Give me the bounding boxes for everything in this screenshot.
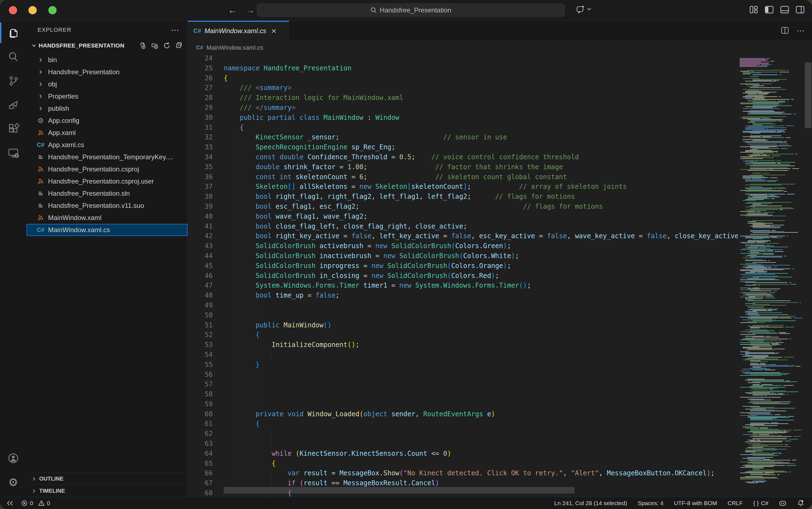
code-line[interactable]: 27 /// <summary> bbox=[188, 83, 812, 93]
sidebar-item-remote-explorer[interactable] bbox=[0, 141, 27, 165]
code-line[interactable]: 61 { bbox=[188, 419, 812, 429]
window-maximize-button[interactable] bbox=[48, 6, 57, 14]
toggle-panel-icon[interactable] bbox=[780, 5, 789, 14]
code-line[interactable]: 53 InitializeComponent(); bbox=[188, 340, 812, 350]
collapse-all-icon[interactable] bbox=[175, 42, 183, 49]
tree-folder-handsfree-presentation[interactable]: Handsfree_Presentation bbox=[27, 66, 188, 78]
code-line[interactable]: 46 SolidColorBrush in_closing = new Soli… bbox=[188, 271, 812, 281]
outline-section-header[interactable]: OUTLINE bbox=[27, 473, 188, 485]
new-folder-icon[interactable] bbox=[151, 42, 158, 49]
breadcrumb[interactable]: C# MainWindow.xaml.cs bbox=[188, 40, 812, 55]
tab-close-icon[interactable]: × bbox=[271, 27, 277, 35]
toggle-secondary-sidebar-icon[interactable] bbox=[795, 5, 805, 14]
window-minimize-button[interactable] bbox=[28, 6, 37, 14]
navigate-forward-icon[interactable]: → bbox=[244, 4, 256, 16]
code-line[interactable]: 58 bbox=[188, 389, 812, 399]
code-line[interactable]: 54 bbox=[188, 350, 812, 360]
tree-file-app-xaml[interactable]: App.xaml bbox=[27, 127, 188, 139]
code-line[interactable]: 42 bool right_key_active = false, left_k… bbox=[188, 231, 812, 241]
minimap[interactable] bbox=[738, 55, 804, 497]
code-line[interactable]: 36 const int skeletonCount = 6; // skele… bbox=[188, 172, 812, 182]
cursor-position[interactable]: Ln 241, Col 28 (14 selected) bbox=[554, 500, 627, 507]
command-center-search[interactable]: Handsfree_Presentation bbox=[257, 4, 565, 16]
tree-file-handsfree-presentation-csproj[interactable]: Handsfree_Presentation.csproj bbox=[27, 163, 188, 175]
sidebar-item-explorer[interactable] bbox=[0, 21, 27, 45]
code-line[interactable]: 35 double shrink_factor = 1.00; // facto… bbox=[188, 162, 812, 172]
tree-file-handsfree-presentation-v11-suo[interactable]: Handsfree_Presentation.v11.suo bbox=[27, 200, 188, 212]
tree-file-app-xaml-cs[interactable]: C#App.xaml.cs bbox=[27, 139, 188, 151]
code-line[interactable]: 38 bool right_flag1, right_flag2, left_f… bbox=[188, 192, 812, 202]
code-line[interactable]: 55 } bbox=[188, 360, 812, 370]
remote-indicator-icon[interactable] bbox=[7, 500, 14, 507]
problems-indicator[interactable]: 0 0 bbox=[21, 500, 50, 507]
code-line[interactable]: 50 bbox=[188, 310, 812, 320]
code-line[interactable]: 49 bbox=[188, 301, 812, 310]
encoding-setting[interactable]: UTF-8 with BOM bbox=[674, 500, 717, 507]
code-line[interactable]: 39 bool esc_flag1, esc_flag2; // flags f… bbox=[188, 202, 812, 212]
split-editor-icon[interactable] bbox=[781, 26, 789, 35]
code-line[interactable]: 26{ bbox=[188, 73, 812, 83]
tree-folder-publish[interactable]: publish bbox=[27, 102, 188, 114]
vertical-scrollbar[interactable] bbox=[804, 55, 812, 497]
navigate-back-icon[interactable]: ← bbox=[226, 4, 239, 16]
tree-folder-obj[interactable]: obj bbox=[27, 78, 188, 90]
language-mode[interactable]: { } C# bbox=[753, 500, 768, 507]
scrollbar-thumb[interactable] bbox=[805, 62, 811, 128]
code-line[interactable]: 47 System.Windows.Forms.Timer timer1 = n… bbox=[188, 281, 812, 291]
tab-mainwindow-xaml-cs[interactable]: C# MainWindow.xaml.cs × bbox=[188, 21, 289, 40]
code-line[interactable]: 59 bbox=[188, 399, 812, 409]
account-button[interactable] bbox=[0, 446, 27, 470]
code-line[interactable]: 41 bool close_flag_left, close_flag_righ… bbox=[188, 222, 812, 232]
code-line[interactable]: 62 bbox=[188, 429, 812, 439]
code-editor[interactable]: 2425namespace Handsfree_Presentation26{2… bbox=[188, 55, 812, 497]
editor-more-actions-icon[interactable]: ⋯ bbox=[797, 26, 805, 35]
new-file-icon[interactable] bbox=[139, 42, 146, 49]
code-line[interactable]: 34 const double Confidence_Threshold = 0… bbox=[188, 152, 812, 162]
tree-folder-properties[interactable]: Properties bbox=[27, 90, 188, 102]
timeline-section-header[interactable]: TIMELINE bbox=[27, 485, 188, 497]
tree-file-app-config[interactable]: ⚙App.config bbox=[27, 114, 188, 127]
code-line[interactable]: 45 SolidColorBrush inprogress = new Soli… bbox=[188, 261, 812, 271]
code-line[interactable]: 33 SpeechRecognitionEngine sp_Rec_Eng; bbox=[188, 142, 812, 152]
sidebar-item-source-control[interactable] bbox=[0, 69, 27, 93]
sidebar-item-search[interactable] bbox=[0, 45, 27, 69]
eol-setting[interactable]: CRLF bbox=[727, 500, 743, 507]
window-close-button[interactable] bbox=[9, 6, 17, 14]
code-line[interactable]: 44 SolidColorBrush inactivebrush = new S… bbox=[188, 251, 812, 261]
code-line[interactable]: 51 public MainWindow() bbox=[188, 320, 812, 330]
code-line[interactable]: 40 bool wave_flag1, wave_flag2; bbox=[188, 212, 812, 222]
project-folder-header[interactable]: HANDSFREE_PRESENTATION bbox=[27, 39, 188, 52]
explorer-more-actions-icon[interactable]: ⋯ bbox=[171, 25, 180, 35]
sidebar-item-run-debug[interactable] bbox=[0, 93, 27, 117]
code-line[interactable]: 28 /// Interaction logic for MainWindow.… bbox=[188, 93, 812, 103]
code-line[interactable]: 57 bbox=[188, 379, 812, 389]
code-line[interactable]: 52 { bbox=[188, 330, 812, 340]
code-line[interactable]: 60 private void Window_Loaded(object sen… bbox=[188, 409, 812, 419]
code-line[interactable]: 29 /// </summary> bbox=[188, 103, 812, 113]
tree-file-mainwindow-xaml-cs[interactable]: C#MainWindow.xaml.cs bbox=[27, 224, 188, 236]
notifications-bell-icon[interactable] bbox=[797, 500, 804, 507]
copilot-status-icon[interactable] bbox=[779, 499, 787, 507]
code-line[interactable]: 64 while (KinectSensor.KinectSensors.Cou… bbox=[188, 449, 812, 459]
code-line[interactable]: 56 bbox=[188, 370, 812, 380]
code-line[interactable]: 65 { bbox=[188, 459, 812, 469]
toggle-primary-sidebar-icon[interactable] bbox=[765, 5, 774, 14]
code-line[interactable]: 37 Skeleton[] allSkeletons = new Skeleto… bbox=[188, 182, 812, 192]
tree-file-handsfree-presentation-temporarykey-[interactable]: Handsfree_Presentation_TemporaryKey.... bbox=[27, 151, 188, 163]
tree-file-handsfree-presentation-csproj-user[interactable]: Handsfree_Presentation.csproj.user bbox=[27, 175, 188, 188]
code-line[interactable]: 25namespace Handsfree_Presentation bbox=[188, 64, 812, 73]
code-line[interactable]: 30 public partial class MainWindow : Win… bbox=[188, 113, 812, 123]
code-line[interactable]: 48 bool time_up = false; bbox=[188, 291, 812, 301]
code-line[interactable]: 63 bbox=[188, 439, 812, 449]
code-line[interactable]: 31 { bbox=[188, 123, 812, 133]
horizontal-scrollbar[interactable] bbox=[224, 487, 575, 494]
code-line[interactable]: 43 SolidColorBrush activebrush = new Sol… bbox=[188, 241, 812, 251]
indentation-setting[interactable]: Spaces: 4 bbox=[638, 500, 663, 507]
tree-file-mainwindow-xaml[interactable]: MainWindow.xaml bbox=[27, 212, 188, 224]
sidebar-item-extensions[interactable] bbox=[0, 117, 27, 141]
tree-file-handsfree-presentation-sln[interactable]: Handsfree_Presentation.sln bbox=[27, 188, 188, 200]
code-line[interactable]: 24 bbox=[188, 55, 812, 64]
tree-folder-bin[interactable]: bin bbox=[27, 54, 188, 66]
customize-layout-icon[interactable] bbox=[749, 5, 758, 14]
code-line[interactable]: 32 KinectSensor _sensor; // sensor in us… bbox=[188, 133, 812, 142]
